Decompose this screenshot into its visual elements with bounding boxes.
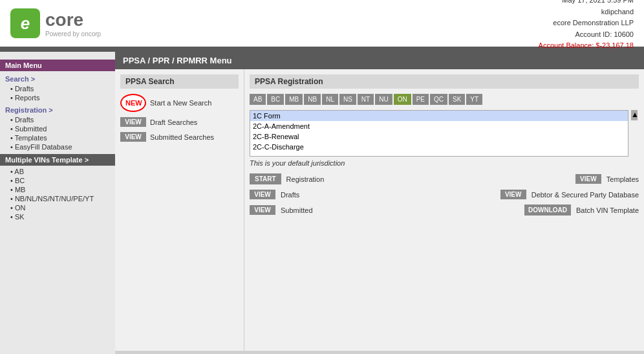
form-item-1c[interactable]: 1C Form (250, 111, 628, 121)
username: kdipchand (539, 6, 634, 18)
sidebar: Main Menu Search > • Drafts • Reports Re… (0, 52, 115, 354)
prov-tab-ab[interactable]: AB (250, 94, 266, 105)
view-submitted-searches-button[interactable]: VIEW (120, 132, 146, 142)
prov-tab-pe[interactable]: PE (413, 94, 429, 105)
new-search-row: NEW Start a New Search (120, 94, 239, 112)
logo-area: e core Powered by oncorp (10, 8, 101, 38)
drafts-label: Drafts (281, 191, 326, 199)
account-id: Account ID: 10600 (539, 29, 634, 41)
view-debtor-button[interactable]: VIEW (500, 190, 526, 199)
start-registration-button[interactable]: START (250, 173, 281, 184)
sidebar-item-submitted[interactable]: • Submitted (0, 124, 115, 133)
logo-letter: e (21, 14, 30, 34)
sidebar-item-mb[interactable]: • MB (0, 185, 115, 194)
panels: PPSA Search NEW Start a New Search VIEW … (115, 69, 644, 351)
sidebar-main-menu[interactable]: Main Menu (0, 60, 115, 71)
main-wrapper: Main Menu Search > • Drafts • Reports Re… (0, 52, 644, 354)
prov-tab-sk[interactable]: SK (449, 94, 465, 105)
registration-label: Registration (286, 175, 332, 183)
datetime: May 17, 2021 5:59 PM (539, 0, 634, 6)
registration-panel-title: PPSA Registration (250, 74, 639, 89)
sidebar-item-ab[interactable]: • AB (0, 167, 115, 176)
sidebar-item-on[interactable]: • ON (0, 203, 115, 212)
ppsa-registration-panel: PPSA Registration AB BC MB NB NL NS NT N… (244, 69, 644, 351)
prov-tab-mb[interactable]: MB (285, 94, 303, 105)
form-list[interactable]: 1C Form 2C-A-Amendment 2C-B-Renewal 2C-C… (250, 110, 628, 157)
company: ecore Demonstration LLP (539, 17, 634, 29)
logo-powered: Powered by oncorp (45, 30, 101, 38)
prov-tab-nb[interactable]: NB (304, 94, 321, 105)
sidebar-search-label: Search > (0, 74, 115, 84)
search-panel-title: PPSA Search (120, 74, 239, 89)
new-button[interactable]: NEW (120, 94, 146, 112)
draft-searches-link[interactable]: Draft Searches (150, 118, 197, 126)
account-balance: Account Balance: $-23,167.18 (539, 40, 634, 52)
submitted-label: Submitted (281, 206, 326, 214)
view-draft-searches-button[interactable]: VIEW (120, 117, 146, 127)
content-area: PPSA / PPR / RPMRR Menu PPSA Search NEW … (115, 52, 644, 354)
sidebar-item-nb-multi[interactable]: • NB/NL/NS/NT/NU/PE/YT (0, 194, 115, 203)
action-row-submitted: VIEW Submitted DOWNLOAD Batch VIN Templa… (250, 205, 639, 216)
action-row-drafts: VIEW Drafts VIEW Debtor & Secured Party … (250, 190, 639, 199)
download-batch-vin-button[interactable]: DOWNLOAD (524, 205, 571, 216)
sidebar-item-drafts-reg[interactable]: • Drafts (0, 115, 115, 124)
prov-tab-nt[interactable]: NT (358, 94, 374, 105)
submitted-searches-link[interactable]: Submitted Searches (150, 133, 214, 141)
sidebar-item-sk[interactable]: • SK (0, 212, 115, 221)
draft-searches-row: VIEW Draft Searches (120, 117, 239, 127)
sidebar-item-templates[interactable]: • Templates (0, 133, 115, 142)
templates-label: Templates (606, 175, 639, 183)
sidebar-item-easyfill[interactable]: • EasyFill Database (0, 142, 115, 151)
submitted-searches-row: VIEW Submitted Searches (120, 132, 239, 142)
prov-tab-ns[interactable]: NS (339, 94, 356, 105)
batch-vin-label: Batch VIN Template (576, 206, 639, 214)
prov-tab-on[interactable]: ON (394, 94, 411, 105)
form-item-2cb[interactable]: 2C-B-Renewal (250, 131, 628, 142)
prov-tab-yt[interactable]: YT (466, 94, 482, 105)
account-info: May 17, 2021 5:59 PM kdipchand ecore Dem… (539, 0, 634, 52)
view-submitted-button[interactable]: VIEW (250, 205, 275, 215)
header: e core Powered by oncorp May 17, 2021 5:… (0, 0, 644, 47)
default-jurisdiction-text: This is your default jurisdiction (250, 159, 639, 167)
form-item-2ca[interactable]: 2C-A-Amendment (250, 121, 628, 131)
prov-tab-nl[interactable]: NL (322, 94, 338, 105)
new-search-link[interactable]: Start a New Search (150, 99, 211, 107)
prov-tab-qc[interactable]: QC (430, 94, 447, 105)
content-header: PPSA / PPR / RPMRR Menu (115, 52, 644, 69)
view-drafts-button[interactable]: VIEW (250, 190, 275, 199)
debtor-db-label: Debtor & Secured Party Database (531, 191, 639, 199)
logo-name: core (45, 10, 83, 30)
view-templates-button[interactable]: VIEW (575, 174, 601, 184)
sidebar-item-bc[interactable]: • BC (0, 176, 115, 185)
logo-text: core Powered by oncorp (45, 10, 101, 38)
logo-icon: e (10, 8, 40, 38)
action-row-registration: START Registration VIEW Templates (250, 173, 639, 184)
prov-tab-nu[interactable]: NU (375, 94, 392, 105)
sidebar-registration-label: Registration > (0, 105, 115, 115)
sidebar-item-drafts-search[interactable]: • Drafts (0, 84, 115, 93)
province-tabs: AB BC MB NB NL NS NT NU ON PE QC SK YT (250, 94, 639, 105)
form-item-2cc[interactable]: 2C-C-Discharge (250, 142, 628, 152)
ppsa-search-panel: PPSA Search NEW Start a New Search VIEW … (115, 69, 244, 351)
prov-tab-bc[interactable]: BC (267, 94, 284, 105)
sidebar-multiple-vins[interactable]: Multiple VINs Template > (0, 154, 115, 166)
scrollbar-up[interactable]: ▲ (631, 110, 638, 120)
sidebar-item-reports[interactable]: • Reports (0, 93, 115, 102)
